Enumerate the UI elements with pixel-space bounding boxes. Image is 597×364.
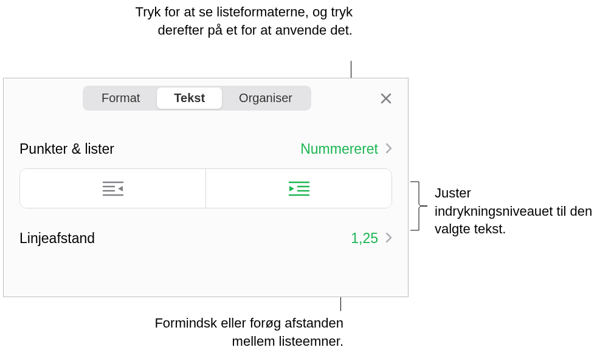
indent-button-group <box>19 168 392 208</box>
outdent-icon <box>101 180 125 197</box>
indent-icon <box>287 180 311 197</box>
tab-text[interactable]: Tekst <box>157 88 222 109</box>
bullets-lists-label: Punkter & lister <box>19 141 114 157</box>
row-line-spacing[interactable]: Linjeafstand 1,25 <box>19 219 392 258</box>
bullets-lists-value-group[interactable]: Nummereret <box>300 141 392 157</box>
line-spacing-value: 1,25 <box>351 230 378 247</box>
tab-format[interactable]: Format <box>85 88 157 109</box>
annotation-top: Tryk for at se listeformaterne, og tryk … <box>109 3 353 39</box>
section-content: Punkter & lister Nummereret <box>4 130 408 258</box>
line-spacing-label: Linjeafstand <box>19 230 95 247</box>
bullets-lists-value: Nummereret <box>300 141 378 157</box>
annotation-bottom: Formindsk eller forøg afstanden mellem l… <box>128 314 343 350</box>
row-bullets-lists[interactable]: Punkter & lister Nummereret <box>19 130 392 168</box>
annotation-right: Juster indrykningsniveauet til den valgt… <box>435 184 593 238</box>
tab-organize[interactable]: Organiser <box>222 88 309 109</box>
chevron-right-icon <box>385 231 392 247</box>
tab-group: Format Tekst Organiser <box>83 86 311 111</box>
indent-button[interactable] <box>206 169 392 208</box>
close-icon[interactable] <box>376 89 396 108</box>
format-panel: Format Tekst Organiser Punkter & lister … <box>3 78 409 297</box>
line-spacing-value-group[interactable]: 1,25 <box>351 230 392 247</box>
tab-bar: Format Tekst Organiser <box>4 78 408 117</box>
outdent-button[interactable] <box>20 169 206 208</box>
chevron-right-icon <box>385 142 392 157</box>
bracket-right <box>410 181 427 231</box>
